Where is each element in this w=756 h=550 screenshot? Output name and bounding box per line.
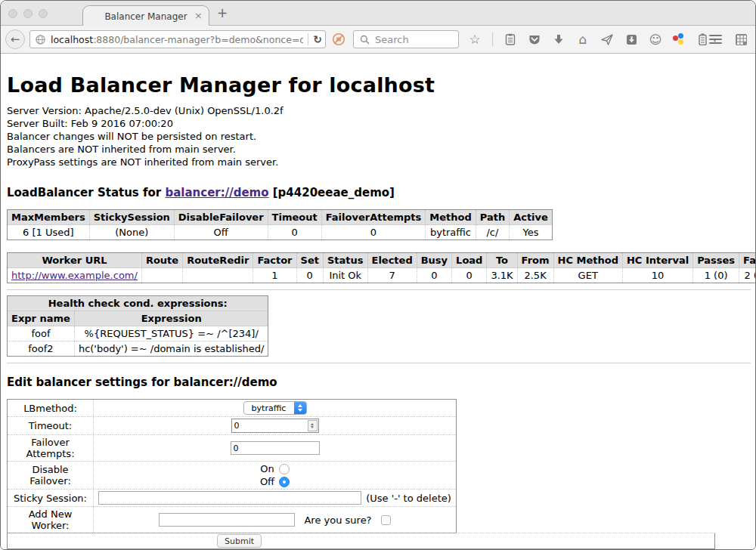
cell-hc-interval: 10 (622, 268, 692, 283)
table-row: foof2 hc('body') =~ /domain is establish… (8, 341, 268, 357)
persist-note-line: Balancer changes will NOT be persisted o… (7, 130, 749, 143)
toolbar-divider (492, 32, 493, 46)
col-hc-method: HC Method (553, 253, 622, 268)
col-maxmembers: MaxMembers (8, 210, 90, 225)
cell-from: 2.5K (517, 268, 553, 283)
clipboard-icon[interactable] (503, 32, 517, 46)
navigation-toolbar: ← localhost:8880/balancer-manager?b=demo… (1, 26, 755, 54)
cell-expr-name: foof2 (8, 341, 75, 357)
url-bar[interactable]: localhost:8880/balancer-manager?b=demo&n… (29, 30, 326, 48)
inherit-note-line: Balancers are NOT inherited from main se… (7, 143, 749, 156)
cell-route (141, 268, 182, 283)
disable-failover-on-radio[interactable] (279, 464, 290, 474)
cell-routeredir (183, 268, 253, 283)
page-title: Load Balancer Manager for localhost (7, 54, 749, 97)
url-path: :8880/balancer-manager?b=demo&nonce=decc… (93, 34, 303, 45)
col-failoverattempts: FailoverAttempts (321, 210, 426, 225)
url-text[interactable]: localhost:8880/balancer-manager?b=demo&n… (51, 34, 303, 45)
sticky-session-note: (Use '-' to delete) (366, 493, 451, 504)
table-header-row: Health check cond. expressions: (8, 296, 268, 311)
cell-to: 3.1K (487, 268, 517, 283)
tab-balancer-manager[interactable]: Balancer Manager × (82, 5, 209, 26)
col-expression: Expression (74, 311, 268, 326)
disable-failover-off-radio[interactable] (279, 477, 290, 487)
window-zoom-button[interactable] (39, 9, 48, 18)
col-routeredir: RouteRedir (183, 253, 253, 268)
back-button[interactable]: ← (5, 29, 25, 49)
search-icon (358, 32, 371, 46)
add-worker-input[interactable] (159, 513, 295, 527)
cell-active: Yes (510, 225, 553, 240)
lbmethod-label: LBmethod: (8, 400, 94, 417)
url-divider (308, 33, 308, 45)
toolbar-right-group (709, 32, 748, 46)
col-set: Set (296, 253, 323, 268)
col-timeout: Timeout (268, 210, 321, 225)
number-stepper-icon[interactable] (308, 420, 318, 431)
plugin-blocked-icon[interactable] (332, 32, 345, 46)
window-controls (8, 9, 48, 18)
failover-attempts-cell (94, 435, 457, 462)
table-row: http://www.example.com/ 1 0 Init Ok 7 0 … (8, 268, 756, 283)
smiley-icon[interactable]: ☺ (649, 32, 662, 46)
worker-url-link[interactable]: http://www.example.com/ (11, 270, 138, 281)
new-tab-button[interactable]: + (217, 5, 228, 20)
sticky-session-input[interactable] (98, 491, 361, 505)
timeout-input-wrap (231, 419, 319, 433)
notes-grid-icon[interactable] (734, 32, 748, 46)
sticky-session-cell: (Use '-' to delete) (94, 490, 457, 507)
colored-dots-extension-icon[interactable] (673, 33, 685, 45)
col-path: Path (476, 210, 509, 225)
col-from: From (517, 253, 553, 268)
timeout-input[interactable] (232, 421, 308, 431)
tab-title: Balancer Manager (104, 11, 187, 22)
col-expr-name: Expr name (8, 311, 75, 326)
search-bar[interactable] (353, 30, 459, 48)
pocket-icon[interactable] (528, 32, 541, 46)
window-close-button[interactable] (8, 9, 17, 18)
home-icon[interactable]: ⌂ (576, 32, 590, 46)
tab-close-icon[interactable]: × (194, 10, 203, 21)
cell-expression: %{REQUEST_STATUS} =~ /^[234]/ (74, 326, 268, 341)
cell-expression: hc('body') =~ /domain is established/ (74, 341, 268, 357)
balancer-demo-link[interactable]: balancer://demo (165, 186, 268, 199)
col-method: Method (426, 210, 476, 225)
proxypass-note-line: ProxyPass settings are NOT inherited fro… (7, 156, 749, 168)
add-worker-cell: Are you sure? (94, 507, 457, 533)
window-minimize-button[interactable] (23, 9, 33, 18)
radio-off-label: Off (260, 476, 274, 487)
status-heading-prefix: LoadBalancer Status for (7, 186, 165, 199)
download-arrow-icon[interactable] (552, 32, 565, 46)
cell-disablefailover: Off (174, 225, 268, 240)
are-you-sure-label: Are you sure? (304, 514, 371, 526)
table-header-row: MaxMembers StickySession DisableFailover… (8, 210, 553, 225)
submit-button[interactable]: Submit (217, 534, 262, 548)
col-active: Active (510, 210, 553, 225)
download-panel-icon[interactable] (624, 32, 638, 46)
select-stepper-icon (294, 401, 306, 415)
lbmethod-select[interactable]: bytraffic (243, 401, 307, 415)
table-header-row: Expr name Expression (8, 311, 268, 326)
cell-factor: 1 (253, 268, 296, 283)
are-you-sure-checkbox[interactable] (381, 515, 391, 525)
failover-attempts-input[interactable] (231, 441, 320, 455)
server-version-line: Server Version: Apache/2.5.0-dev (Unix) … (7, 104, 749, 117)
menu-hamburger-icon[interactable] (709, 35, 722, 44)
globe-icon (33, 32, 47, 46)
balancer-status-table: MaxMembers StickySession DisableFailover… (7, 209, 553, 240)
cell-passes: 1 (0) (693, 268, 739, 283)
bookmark-star-icon[interactable]: ☆ (468, 32, 482, 46)
send-plane-icon[interactable] (600, 32, 614, 46)
col-factor: Factor (253, 253, 296, 268)
disable-failover-cell: On Off (94, 462, 457, 490)
cell-failoverattempts: 0 (321, 225, 426, 240)
cell-busy: 0 (417, 268, 451, 283)
cell-maxmembers: 6 [1 Used] (8, 225, 90, 240)
search-input[interactable] (375, 34, 451, 45)
form-row-lbmethod: LBmethod: bytraffic (8, 400, 457, 417)
battery-icon[interactable] (696, 32, 709, 46)
status-heading-suffix: [p4420eeae_demo] (269, 186, 395, 199)
browser-window: Balancer Manager × + ← localhost:8880/ba… (0, 0, 756, 550)
reload-button[interactable]: ↻ (313, 33, 322, 45)
table-row: 6 [1 Used] (None) Off 0 0 bytraffic /c/ … (8, 225, 553, 240)
